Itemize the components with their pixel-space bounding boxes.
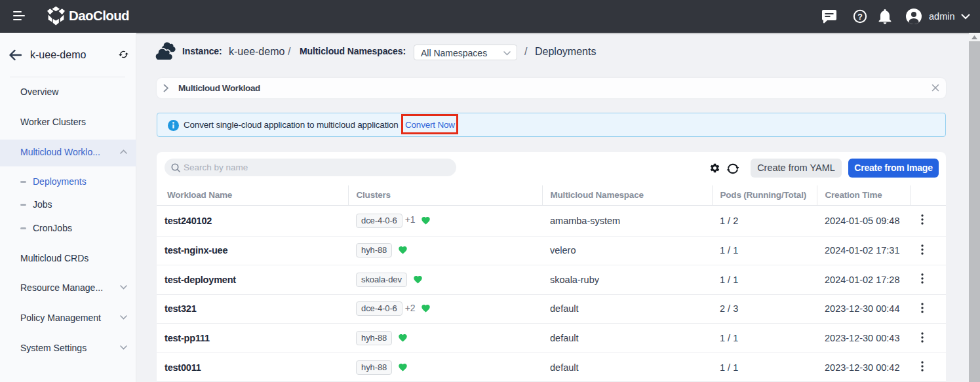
svg-text:?: ? [857,12,863,22]
